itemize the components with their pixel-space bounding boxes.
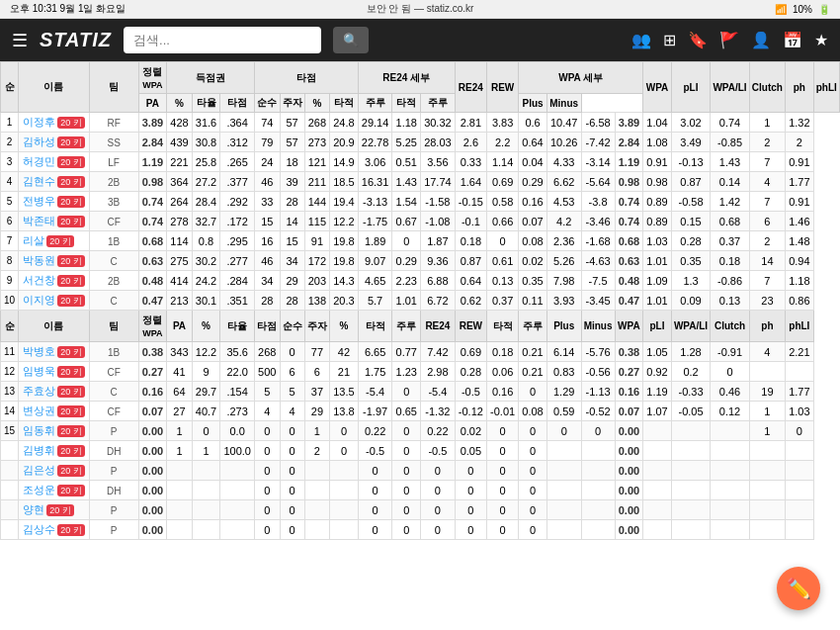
re24-cell: 0 <box>421 520 456 540</box>
name-cell[interactable]: 임동휘20 키 <box>19 421 90 441</box>
name-cell[interactable]: 김상수20 키 <box>19 520 90 540</box>
minus-cell: -4.63 <box>581 251 615 271</box>
pct2-cell: 14.3 <box>330 271 359 291</box>
pli-cell <box>643 500 672 520</box>
site-logo[interactable]: STATIZ <box>40 29 112 51</box>
person-icon[interactable]: 👤 <box>751 31 771 49</box>
re24-ju-cell: 1.18 <box>392 113 421 133</box>
section-phli: phLI <box>786 311 814 342</box>
age-badge: 20 키 <box>57 156 85 168</box>
wpa2-cell: 0.74 <box>615 212 643 231</box>
table-row: 4김현수20 키2B0.9836427.2.377463921118.516.3… <box>1 172 840 192</box>
rew-cell: 0 <box>455 461 486 481</box>
wpa-cell: 0.00 <box>138 421 167 441</box>
wpa-ta-cell: 2.2 <box>487 133 519 152</box>
clutch-cell: 1.43 <box>711 152 749 172</box>
sub-juja: 주자 <box>280 94 304 113</box>
wpa-cell: 0.48 <box>138 271 167 291</box>
re24-ju-cell: 5.25 <box>392 133 421 152</box>
re24-cell: -1.32 <box>421 402 456 421</box>
grid-icon[interactable]: ⊞ <box>663 31 676 49</box>
pct-cell <box>192 461 220 481</box>
name-cell[interactable]: 조성운20 키 <box>19 481 90 500</box>
tajum-cell: 16 <box>255 231 281 251</box>
wpa-ta-cell: 0 <box>487 500 519 520</box>
star-icon[interactable]: ★ <box>814 31 828 49</box>
re24-cell: 1.87 <box>421 231 456 251</box>
wpali-cell <box>671 500 710 520</box>
phli-cell: 1.32 <box>786 113 814 133</box>
wpali-cell <box>671 520 710 540</box>
minus-cell: -5.64 <box>581 172 615 192</box>
hamburger-icon[interactable]: ☰ <box>12 30 28 51</box>
re24-cell: 2.98 <box>421 362 456 382</box>
plus-cell: 1.29 <box>546 382 581 402</box>
minus-cell: 0 <box>581 421 615 441</box>
rew-cell: 0 <box>455 520 486 540</box>
name-cell[interactable]: 김현수20 키 <box>19 172 90 192</box>
rank-cell: 15 <box>1 421 19 441</box>
section-jeongryeol-header: 정렬WPA <box>138 311 167 342</box>
table-row: 김상수20 키P0.00000000000.00 <box>1 520 840 540</box>
position-label: P <box>111 466 118 477</box>
plus-cell <box>546 461 581 481</box>
flag-icon[interactable]: 🚩 <box>719 31 739 49</box>
rew-cell: 1.64 <box>455 172 486 192</box>
clutch-cell: 0.46 <box>711 382 749 402</box>
name-cell[interactable]: 김은성20 키 <box>19 461 90 481</box>
name-cell[interactable]: 주효상20 키 <box>19 382 90 402</box>
juja-cell: 91 <box>304 231 330 251</box>
name-cell[interactable]: 이지영20 키 <box>19 291 90 311</box>
age-badge: 20 키 <box>57 405 85 417</box>
name-cell[interactable]: 변상권20 키 <box>19 402 90 421</box>
name-cell[interactable]: 박동원20 키 <box>19 251 90 271</box>
search-input[interactable] <box>124 27 321 53</box>
pli-cell: 1.09 <box>643 271 672 291</box>
re24-ta-cell: 0 <box>358 481 392 500</box>
ph-cell <box>749 461 785 481</box>
phli-cell: 1.48 <box>786 231 814 251</box>
pli-cell: 1.19 <box>643 382 672 402</box>
name-cell[interactable]: 서건창20 키 <box>19 271 90 291</box>
name-cell[interactable]: 양현20 키 <box>19 500 90 520</box>
pa-cell <box>167 481 193 500</box>
name-cell[interactable]: 임병욱20 키 <box>19 362 90 382</box>
pct-cell <box>192 500 220 520</box>
calendar-icon[interactable]: 📅 <box>783 31 802 49</box>
wpali-cell: 0.87 <box>671 172 710 192</box>
clutch-cell: 0.37 <box>711 231 749 251</box>
wpali-cell: 1.3 <box>671 271 710 291</box>
name-cell[interactable]: 허경민20 키 <box>19 152 90 172</box>
name-cell[interactable]: 김병휘20 키 <box>19 441 90 461</box>
re24-ju-cell: 0.67 <box>392 212 421 231</box>
pct2-cell: 21 <box>330 362 359 382</box>
name-cell[interactable]: 리살20 키 <box>19 231 90 251</box>
wpa-ju-cell: 0.08 <box>519 231 547 251</box>
name-cell[interactable]: 김하성20 키 <box>19 133 90 152</box>
name-cell[interactable]: 박존태20 키 <box>19 212 90 231</box>
age-badge: 20 키 <box>57 445 85 457</box>
wpa2-cell: 0.68 <box>615 231 643 251</box>
re24-ta-cell: -5.4 <box>358 382 392 402</box>
pct2-cell: 24.8 <box>330 113 359 133</box>
people-icon[interactable]: 👥 <box>631 31 651 49</box>
pa-cell: 27 <box>167 402 193 421</box>
rew-cell: 0.87 <box>455 251 486 271</box>
tabul-cell: .292 <box>220 192 255 212</box>
name-cell[interactable]: 전병우20 키 <box>19 192 90 212</box>
table-row: 9서건창20 키2B0.4841424.2.284342920314.34.65… <box>1 271 840 291</box>
name-cell[interactable]: 박병호20 키 <box>19 342 90 362</box>
pa-cell: 64 <box>167 382 193 402</box>
wpa-cell: 0.00 <box>138 500 167 520</box>
tajum-cell: 28 <box>255 291 281 311</box>
wpa2-cell: 0.16 <box>615 382 643 402</box>
pct2-cell: 19.8 <box>330 231 359 251</box>
tabul-cell: .377 <box>220 172 255 192</box>
age-badge: 20 키 <box>57 176 85 188</box>
ph-cell <box>749 441 785 461</box>
bookmark-icon[interactable]: 🔖 <box>688 31 708 49</box>
tasun-cell: 34 <box>280 251 304 271</box>
search-button[interactable]: 🔍 <box>333 27 369 53</box>
wpa-ju-cell: 0.35 <box>519 271 547 291</box>
name-cell[interactable]: 이정후20 키 <box>19 113 90 133</box>
